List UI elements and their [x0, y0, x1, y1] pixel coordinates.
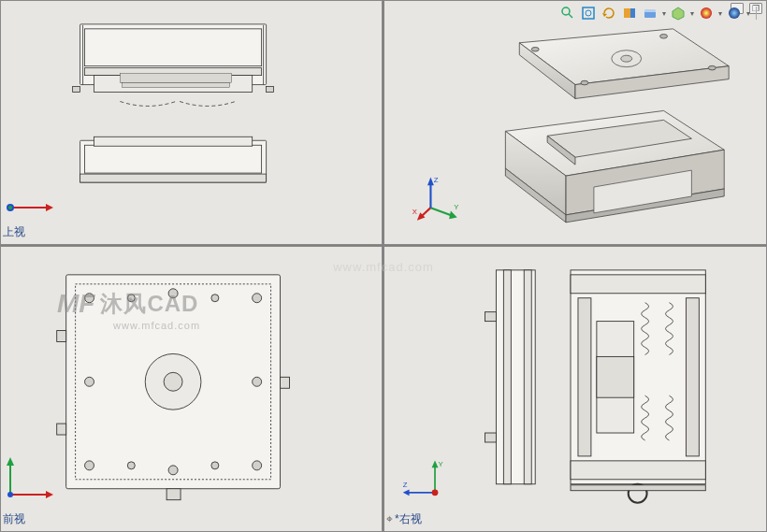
svg-point-17 — [8, 206, 12, 209]
axis-triad-right: Z Y — [401, 453, 457, 509]
edit-appearance-icon[interactable] — [698, 5, 715, 22]
svg-rect-1 — [85, 29, 262, 66]
svg-rect-84 — [485, 312, 496, 322]
svg-point-69 — [211, 295, 219, 302]
svg-rect-83 — [524, 270, 531, 484]
svg-rect-7 — [267, 87, 274, 93]
svg-point-28 — [701, 7, 712, 19]
watermark-url: www.mfcad.com — [113, 320, 200, 331]
svg-line-50 — [430, 208, 452, 216]
dropdown-arrow-icon[interactable]: ▾ — [746, 9, 750, 18]
svg-text:Y: Y — [438, 460, 442, 468]
svg-point-80 — [7, 492, 13, 497]
svg-rect-89 — [578, 298, 591, 456]
viewport-grid: 上视 ▾ ▾ ▾ ▾ _ ❐ — [0, 0, 767, 532]
svg-rect-12 — [94, 137, 253, 146]
svg-rect-13 — [80, 174, 267, 182]
svg-rect-90 — [686, 298, 699, 456]
svg-rect-23 — [624, 8, 630, 18]
viewport-label-top: 上视 — [3, 224, 25, 240]
svg-text:Z: Z — [403, 481, 408, 489]
svg-rect-88 — [571, 461, 705, 480]
axis-triad-top — [1, 165, 57, 222]
svg-point-64 — [253, 377, 262, 386]
svg-text:Z: Z — [434, 176, 439, 184]
svg-marker-77 — [46, 491, 53, 498]
svg-point-35 — [531, 47, 539, 51]
axis-triad-iso: X Y Z — [411, 169, 467, 225]
watermark-logo: MF — [57, 289, 94, 319]
svg-point-66 — [168, 466, 178, 475]
viewport-label-front: 前视 — [3, 511, 25, 527]
svg-text:X: X — [412, 208, 417, 216]
svg-rect-74 — [281, 377, 290, 388]
watermark-text: 沐风CAD — [100, 289, 198, 319]
axis-triad-front — [1, 453, 57, 509]
svg-rect-72 — [57, 331, 66, 342]
svg-point-67 — [253, 461, 262, 470]
svg-point-71 — [211, 462, 219, 469]
svg-rect-75 — [166, 489, 181, 500]
heads-up-toolbar: ▾ ▾ ▾ ▾ — [559, 5, 759, 22]
svg-rect-8 — [120, 74, 231, 83]
svg-rect-20 — [583, 7, 594, 19]
svg-rect-6 — [73, 87, 80, 93]
svg-marker-79 — [7, 457, 14, 466]
pin-icon: ⌖ — [386, 512, 393, 525]
dropdown-arrow-icon[interactable]: ▾ — [690, 9, 694, 18]
svg-marker-51 — [449, 211, 457, 220]
svg-point-101 — [432, 489, 439, 496]
top-view-drawing — [1, 1, 382, 245]
svg-marker-96 — [403, 489, 410, 496]
rotate-view-icon[interactable] — [601, 5, 617, 22]
svg-point-36 — [660, 35, 668, 39]
viewport-isometric[interactable]: ▾ ▾ ▾ ▾ _ ❐ — [384, 0, 767, 245]
display-style-icon[interactable] — [642, 5, 658, 22]
zoom-window-icon[interactable] — [559, 5, 576, 22]
svg-rect-11 — [85, 145, 262, 173]
svg-point-18 — [562, 7, 570, 15]
svg-point-70 — [127, 462, 135, 469]
viewport-right[interactable]: Z Y ⌖*右视 — [384, 246, 767, 532]
viewport-label-right: ⌖*右视 — [386, 511, 422, 527]
svg-point-62 — [253, 294, 262, 303]
svg-text:Y: Y — [454, 203, 458, 211]
svg-rect-24 — [630, 8, 635, 18]
viewport-top[interactable]: 上视 — [0, 0, 383, 245]
watermark-logo-block: MF 沐风CAD — [57, 289, 198, 319]
svg-rect-73 — [57, 424, 66, 435]
svg-line-19 — [569, 14, 572, 18]
svg-point-21 — [586, 10, 591, 16]
dropdown-arrow-icon[interactable]: ▾ — [718, 9, 722, 18]
svg-point-63 — [85, 377, 94, 386]
svg-marker-54 — [427, 178, 434, 186]
svg-point-65 — [85, 461, 94, 470]
zoom-fit-icon[interactable] — [580, 5, 597, 22]
apply-scene-icon[interactable] — [726, 5, 743, 22]
svg-rect-26 — [644, 9, 656, 12]
svg-marker-27 — [673, 7, 684, 20]
dropdown-arrow-icon[interactable]: ▾ — [662, 9, 666, 18]
svg-marker-22 — [602, 13, 607, 17]
svg-point-38 — [581, 80, 588, 85]
hide-show-icon[interactable] — [670, 5, 687, 22]
svg-marker-99 — [432, 461, 439, 468]
svg-point-37 — [708, 65, 716, 70]
svg-rect-85 — [485, 433, 496, 442]
viewport-front[interactable]: MF 沐风CAD www.mfcad.com — [0, 246, 383, 532]
svg-rect-82 — [503, 270, 511, 484]
svg-rect-94 — [571, 485, 705, 491]
svg-rect-9 — [122, 83, 229, 88]
svg-rect-87 — [571, 275, 705, 294]
svg-point-29 — [729, 7, 740, 19]
section-view-icon[interactable] — [621, 5, 638, 22]
toolbar-separator — [756, 7, 757, 20]
svg-point-34 — [621, 55, 632, 62]
svg-marker-15 — [46, 204, 53, 211]
svg-rect-92 — [597, 356, 634, 397]
svg-point-59 — [164, 372, 182, 391]
